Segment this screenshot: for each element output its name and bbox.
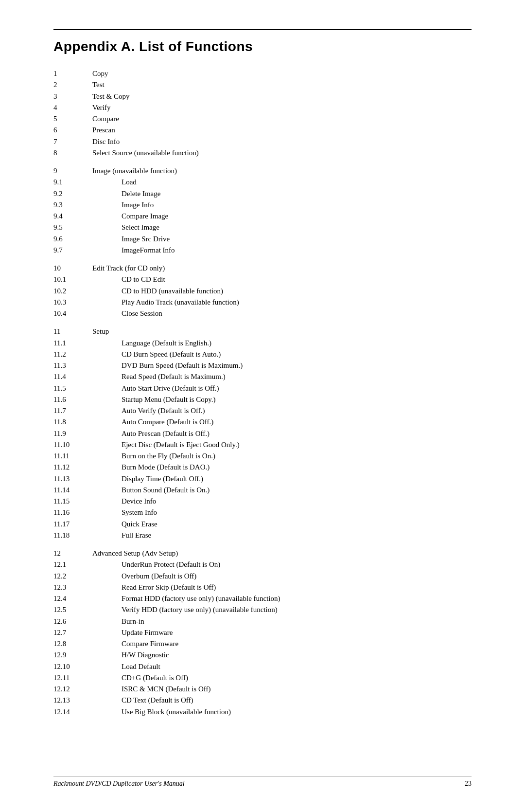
item-label: Advanced Setup (Adv Setup) <box>92 548 472 559</box>
list-item: 11.16System Info <box>53 507 472 518</box>
item-number: 9.3 <box>53 199 92 211</box>
item-number: 6 <box>53 125 92 136</box>
item-label: Image Info <box>92 199 472 211</box>
list-item: 12.6Burn-in <box>53 616 472 627</box>
item-number: 2 <box>53 79 92 90</box>
item-number: 12.7 <box>53 627 92 638</box>
item-number: 1 <box>53 68 92 79</box>
item-number: 11.15 <box>53 496 92 507</box>
item-label: Update Firmware <box>92 627 472 638</box>
list-item: 10.2CD to HDD (unavailable function) <box>53 286 472 297</box>
item-number: 11.11 <box>53 451 92 462</box>
list-item: 11.14Button Sound (Default is On.) <box>53 485 472 496</box>
item-label: Auto Start Drive (Default is Off.) <box>92 383 472 394</box>
item-number: 5 <box>53 113 92 125</box>
item-number: 11.16 <box>53 507 92 518</box>
list-item: 9Image (unavailable function) <box>53 165 472 177</box>
item-label: System Info <box>92 507 472 518</box>
item-number: 9.6 <box>53 234 92 245</box>
item-number: 10 <box>53 263 92 274</box>
list-item: 12.2Overburn (Default is Off) <box>53 571 472 582</box>
item-number: 11.18 <box>53 530 92 541</box>
item-number: 4 <box>53 102 92 113</box>
item-number: 12.2 <box>53 571 92 582</box>
list-item: 12.13CD Text (Default is Off) <box>53 695 472 706</box>
item-label: Select Image <box>92 222 472 233</box>
item-number: 12.12 <box>53 684 92 695</box>
item-number: 11.12 <box>53 462 92 473</box>
item-number: 11.5 <box>53 383 92 394</box>
item-label: Read Error Skip (Default is Off) <box>92 582 472 593</box>
list-item: 11.4Read Speed (Default is Maximum.) <box>53 371 472 382</box>
item-number: 9.5 <box>53 222 92 233</box>
item-number: 9.1 <box>53 177 92 188</box>
item-label: Language (Default is English.) <box>92 338 472 349</box>
item-number: 12.8 <box>53 638 92 650</box>
item-number: 10.2 <box>53 286 92 297</box>
item-number: 11 <box>53 326 92 337</box>
list-item: 12.3Read Error Skip (Default is Off) <box>53 582 472 593</box>
list-item: 9.6Image Src Drive <box>53 234 472 245</box>
item-label: CD to HDD (unavailable function) <box>92 286 472 297</box>
list-item: 11.1Language (Default is English.) <box>53 338 472 349</box>
item-number: 12.13 <box>53 695 92 706</box>
item-label: Button Sound (Default is On.) <box>92 485 472 496</box>
list-item: 11.13Display Time (Default Off.) <box>53 473 472 485</box>
item-label: ISRC & MCN (Default is Off) <box>92 684 472 695</box>
item-label: Select Source (unavailable function) <box>92 147 472 159</box>
item-label: Burn on the Fly (Default is On.) <box>92 451 472 462</box>
list-item: 5Compare <box>53 113 472 125</box>
footer-left: Rackmount DVD/CD Duplicator User's Manua… <box>53 780 185 788</box>
footer-right: 23 <box>465 780 472 788</box>
item-label: Read Speed (Default is Maximum.) <box>92 371 472 382</box>
item-label: Verify HDD (factory use only) (unavailab… <box>92 604 472 615</box>
item-number: 11.10 <box>53 439 92 451</box>
item-label: CD Burn Speed (Default is Auto.) <box>92 349 472 360</box>
list-item: 2Test <box>53 79 472 90</box>
list-item: 12Advanced Setup (Adv Setup) <box>53 548 472 559</box>
page-title: Appendix A. List of Functions <box>53 39 472 54</box>
list-item: 11.10Eject Disc (Default is Eject Good O… <box>53 439 472 451</box>
list-item: 6Prescan <box>53 125 472 136</box>
item-label: Compare <box>92 113 472 125</box>
item-label: Startup Menu (Default is Copy.) <box>92 394 472 405</box>
item-number: 9.7 <box>53 245 92 256</box>
list-item: 10.1CD to CD Edit <box>53 274 472 285</box>
footer: Rackmount DVD/CD Duplicator User's Manua… <box>53 776 472 788</box>
list-item: 11.7Auto Verify (Default is Off.) <box>53 405 472 416</box>
list-item: 10.4Close Session <box>53 308 472 319</box>
list-item: 12.14Use Big Block (unavailable function… <box>53 706 472 718</box>
item-number: 11.13 <box>53 473 92 485</box>
item-label: Play Audio Track (unavailable function) <box>92 297 472 308</box>
function-list: 1Copy2Test3Test & Copy4Verify5Compare6Pr… <box>53 68 472 718</box>
item-label: Full Erase <box>92 530 472 541</box>
item-label: Eject Disc (Default is Eject Good Only.) <box>92 439 472 451</box>
list-item: 9.1Load <box>53 177 472 188</box>
item-number: 12.10 <box>53 661 92 672</box>
list-item: 12.4Format HDD (factory use only) (unava… <box>53 593 472 604</box>
item-number: 11.14 <box>53 485 92 496</box>
list-item: 12.9H/W Diagnostic <box>53 650 472 661</box>
item-label: UnderRun Protect (Default is On) <box>92 559 472 570</box>
list-item: 9.7ImageFormat Info <box>53 245 472 256</box>
item-number: 12.6 <box>53 616 92 627</box>
list-item: 12.1UnderRun Protect (Default is On) <box>53 559 472 570</box>
list-item: 4Verify <box>53 102 472 113</box>
item-number: 11.8 <box>53 416 92 428</box>
list-item: 12.12ISRC & MCN (Default is Off) <box>53 684 472 695</box>
item-label: CD+G (Default is Off) <box>92 672 472 684</box>
item-label: Edit Track (for CD only) <box>92 263 472 274</box>
list-item: 9.4Compare Image <box>53 211 472 222</box>
item-number: 9.4 <box>53 211 92 222</box>
item-number: 10.1 <box>53 274 92 285</box>
list-item: 9.2Delete Image <box>53 188 472 199</box>
item-number: 12.14 <box>53 706 92 718</box>
item-number: 8 <box>53 147 92 159</box>
list-item: 12.5Verify HDD (factory use only) (unava… <box>53 604 472 615</box>
item-label: CD Text (Default is Off) <box>92 695 472 706</box>
list-item: 10.3Play Audio Track (unavailable functi… <box>53 297 472 308</box>
item-number: 12.9 <box>53 650 92 661</box>
list-item: 12.8Compare Firmware <box>53 638 472 650</box>
item-number: 11.6 <box>53 394 92 405</box>
item-number: 12.3 <box>53 582 92 593</box>
